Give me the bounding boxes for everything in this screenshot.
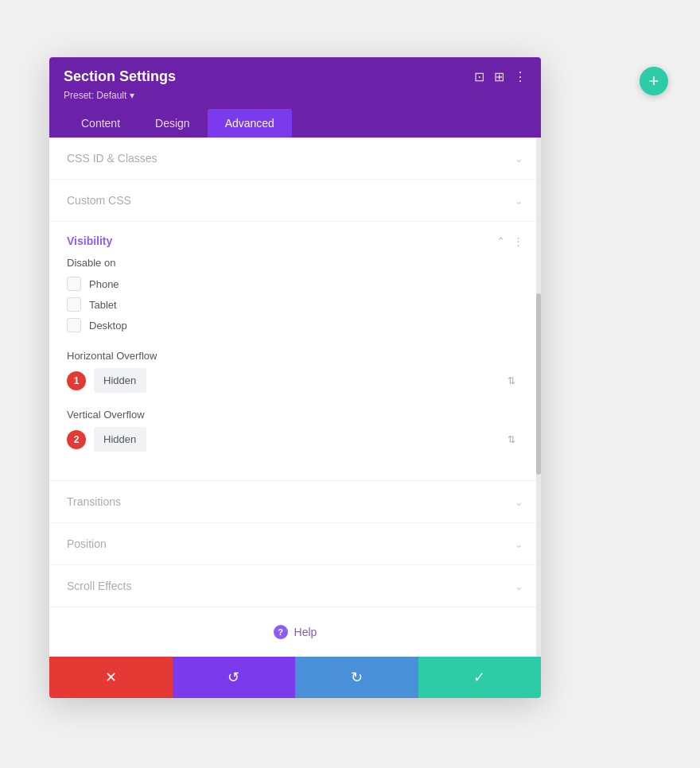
- section-settings-modal: Section Settings ⊡ ⊞ ⋮ Preset: Default ▾…: [49, 57, 541, 698]
- visibility-header: Visibility ⌃ ⋮: [67, 235, 523, 247]
- horizontal-overflow-section: Horizontal Overflow 1 Hidden Visible Aut…: [67, 339, 523, 393]
- custom-css-label: Custom CSS: [67, 194, 131, 207]
- css-id-classes-label: CSS ID & Classes: [67, 152, 158, 165]
- disable-on-label: Disable on: [67, 257, 523, 269]
- transitions-row[interactable]: Transitions ⌄: [49, 481, 541, 523]
- help-text: Help: [294, 626, 317, 638]
- checkbox-desktop[interactable]: [67, 318, 81, 332]
- cancel-icon: ✕: [105, 669, 117, 686]
- modal-tabs: Content Design Advanced: [64, 109, 527, 138]
- position-label: Position: [67, 537, 107, 550]
- help-row[interactable]: ? Help: [49, 607, 541, 657]
- checkbox-phone-row: Phone: [67, 277, 523, 291]
- position-row[interactable]: Position ⌄: [49, 523, 541, 565]
- position-chevron-icon: ⌄: [515, 538, 523, 550]
- vertical-overflow-badge: 2: [67, 430, 86, 449]
- columns-icon[interactable]: ⊞: [494, 69, 504, 84]
- modal-title: Section Settings: [64, 68, 176, 85]
- redo-icon: ↻: [351, 669, 363, 686]
- modal-footer: ✕ ↺ ↻ ✓: [49, 657, 541, 698]
- visibility-section: Visibility ⌃ ⋮ Disable on Phone Tablet: [49, 222, 541, 481]
- scrollbar-thumb[interactable]: [536, 293, 541, 475]
- visibility-more-icon[interactable]: ⋮: [513, 235, 523, 247]
- visibility-title: Visibility: [67, 235, 112, 247]
- custom-css-row[interactable]: Custom CSS ⌄: [49, 180, 541, 222]
- horizontal-overflow-select-wrapper: Hidden Visible Auto Scroll: [94, 368, 523, 393]
- preset-label[interactable]: Preset: Default ▾: [64, 90, 527, 101]
- tab-content[interactable]: Content: [64, 109, 138, 138]
- redo-button[interactable]: ↻: [295, 657, 418, 698]
- checkbox-desktop-row: Desktop: [67, 318, 523, 332]
- checkbox-phone[interactable]: [67, 277, 81, 291]
- horizontal-overflow-label: Horizontal Overflow: [67, 350, 523, 362]
- scrollbar-track: [536, 138, 541, 657]
- transitions-label: Transitions: [67, 495, 121, 508]
- horizontal-overflow-select[interactable]: Hidden Visible Auto Scroll: [94, 368, 146, 393]
- tab-advanced[interactable]: Advanced: [208, 109, 292, 138]
- custom-css-chevron-icon: ⌄: [515, 195, 523, 207]
- checkbox-desktop-label: Desktop: [89, 320, 127, 332]
- vertical-overflow-select-row: 2 Hidden Visible Auto Scroll: [67, 427, 523, 452]
- help-icon: ?: [274, 625, 288, 639]
- tab-design[interactable]: Design: [138, 109, 208, 138]
- css-id-chevron-icon: ⌄: [515, 153, 523, 165]
- vertical-overflow-label: Vertical Overflow: [67, 409, 523, 421]
- fab-add-button[interactable]: +: [640, 67, 668, 95]
- undo-button[interactable]: ↺: [173, 657, 296, 698]
- css-id-classes-row[interactable]: CSS ID & Classes ⌄: [49, 138, 541, 180]
- plus-icon: +: [649, 71, 659, 91]
- transitions-chevron-icon: ⌄: [515, 496, 523, 508]
- horizontal-overflow-badge: 1: [67, 371, 86, 390]
- modal-header-top: Section Settings ⊡ ⊞ ⋮: [64, 68, 527, 85]
- vertical-overflow-section: Vertical Overflow 2 Hidden Visible Auto …: [67, 405, 523, 472]
- modal-body-inner: CSS ID & Classes ⌄ Custom CSS ⌄ Visibili…: [49, 138, 541, 657]
- checkbox-tablet-label: Tablet: [89, 299, 117, 311]
- vertical-overflow-select-wrapper: Hidden Visible Auto Scroll: [94, 427, 523, 452]
- modal-header-icons: ⊡ ⊞ ⋮: [474, 69, 527, 84]
- scroll-effects-label: Scroll Effects: [67, 580, 131, 592]
- cancel-button[interactable]: ✕: [49, 657, 173, 698]
- checkbox-tablet-row: Tablet: [67, 297, 523, 312]
- undo-icon: ↺: [228, 669, 239, 686]
- vertical-overflow-select[interactable]: Hidden Visible Auto Scroll: [94, 427, 146, 452]
- more-icon[interactable]: ⋮: [514, 69, 527, 84]
- checkbox-tablet[interactable]: [67, 297, 81, 312]
- scroll-effects-chevron-icon: ⌄: [515, 580, 523, 592]
- visibility-collapse-icon[interactable]: ⌃: [496, 235, 505, 247]
- checkbox-phone-label: Phone: [89, 278, 119, 290]
- save-button[interactable]: ✓: [418, 657, 542, 698]
- fullscreen-icon[interactable]: ⊡: [474, 69, 484, 84]
- modal-header: Section Settings ⊡ ⊞ ⋮ Preset: Default ▾…: [49, 57, 541, 138]
- visibility-header-icons: ⌃ ⋮: [496, 235, 523, 247]
- horizontal-overflow-select-row: 1 Hidden Visible Auto Scroll: [67, 368, 523, 393]
- scroll-effects-row[interactable]: Scroll Effects ⌄: [49, 565, 541, 607]
- save-icon: ✓: [473, 669, 485, 686]
- modal-body: CSS ID & Classes ⌄ Custom CSS ⌄ Visibili…: [49, 138, 541, 657]
